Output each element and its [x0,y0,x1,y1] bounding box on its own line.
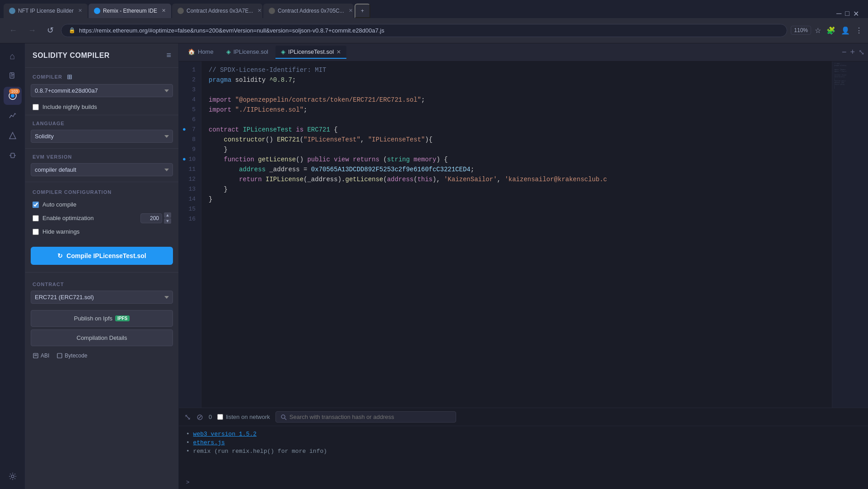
tab-close-nft[interactable]: ✕ [78,8,82,14]
tab-favicon-contract2 [269,8,275,14]
enable-optimization-label[interactable]: Enable optimization [42,215,140,221]
editor-area: 🏠 Home ◈ IPLicense.sol ◈ IPLicenseTest.s… [179,43,868,489]
transaction-search[interactable] [275,411,456,423]
extensions-icon[interactable]: 🧩 [826,26,835,35]
compiler-version-select[interactable]: 0.8.7+commit.e28d00a7 [31,84,173,97]
tab-nft[interactable]: NFT IP License Builder ✕ [4,4,88,18]
language-select[interactable]: Solidity [31,130,173,143]
svg-point-9 [11,475,14,478]
evm-version-select[interactable]: compiler default [31,163,173,176]
tab-close-remix[interactable]: ✕ [162,8,166,14]
activity-files[interactable] [4,67,22,85]
enable-optimization-checkbox[interactable] [33,215,39,221]
minimize-button[interactable]: ─ [836,9,841,18]
auto-compile-label[interactable]: Auto compile [42,201,76,208]
svg-point-4 [11,94,14,98]
new-tab-button[interactable]: + [355,4,370,18]
optimization-increment[interactable]: ▲ [164,212,171,218]
tab-contract1[interactable]: Contract Address 0x3A7E... ✕ [172,4,262,18]
auto-compile-checkbox[interactable] [33,202,39,208]
refresh-button[interactable]: ↺ [43,24,57,37]
sidebar-collapse-button[interactable]: ≡ [166,51,171,60]
ipfs-badge: IPFS [115,315,130,321]
svg-rect-13 [57,353,62,358]
compiler-add-button[interactable]: ⊞ [67,73,73,80]
zoom-in-button[interactable]: + [850,47,855,57]
compilation-details-label: Compilation Details [77,334,127,341]
evm-version-wrapper: compiler default [25,161,178,180]
profile-icon[interactable]: 👤 [841,26,850,35]
tab-favicon-nft [9,8,15,14]
compile-button[interactable]: ↻ Compile IPLicenseTest.sol [31,247,173,265]
lock-icon: 🔒 [69,27,75,33]
bookmark-icon[interactable]: ☆ [815,26,821,35]
optimization-input-wrap: ▲ ▼ [140,212,171,224]
svg-point-14 [281,415,285,418]
optimization-value-input[interactable] [140,213,162,223]
compilation-details-button[interactable]: Compilation Details [31,329,173,346]
transaction-count: 0 [209,414,212,420]
tab-label-contract1: Contract Address 0x3A7E... [187,8,253,14]
listen-label[interactable]: listen on network [226,414,270,420]
publish-ipfs-button[interactable]: Publish on Ipfs IPFS [31,310,173,327]
iplicense-tab-label: IPLicense.sol [233,48,268,55]
line-num-3: 3 [179,85,201,95]
console-line-3: • remix (run remix.help() for more info) [186,447,861,456]
activity-deploy[interactable] [4,127,22,145]
code-line-1: // SPDX-License-Identifier: MIT [209,65,825,75]
activity-chart[interactable] [4,107,22,125]
line-num-12: 12 [179,174,201,184]
iplicensetest-tab-close[interactable]: ✕ [336,49,341,55]
url-text: https://remix.ethereum.org/#optimize=fal… [79,27,779,34]
address-bar[interactable]: 🔒 https://remix.ethereum.org/#optimize=f… [61,24,787,37]
panel-clear-button[interactable]: ⊘ [196,412,203,422]
divider-4 [25,182,178,182]
line-num-13: 13 [179,184,201,194]
ethers-link[interactable]: ethers.js [193,439,225,446]
code-line-13: } [209,184,825,194]
code-line-15 [209,204,825,214]
code-line-3 [209,85,825,95]
close-button[interactable]: ✕ [853,9,859,18]
tab-close-contract1[interactable]: ✕ [257,8,261,14]
transaction-search-input[interactable] [289,414,451,420]
abi-link[interactable]: ABI [33,353,49,359]
include-nightly-label[interactable]: Include nightly builds [42,103,97,110]
back-button[interactable]: ← [5,24,21,37]
editor-tab-home[interactable]: 🏠 Home [182,46,219,59]
hide-warnings-label[interactable]: Hide warnings [42,228,79,235]
tab-remix[interactable]: Remix - Ethereum IDE ✕ [89,4,171,18]
sidebar: SOLIDITY COMPILER ≡ COMPILER ⊞ 0.8.7+com… [25,43,179,489]
web3-link[interactable]: web3 version 1.5.2 [193,431,257,437]
contract-select[interactable]: ERC721 (ERC721.sol) [31,291,173,304]
tab-contract2[interactable]: Contract Address 0x705C... ✕ [263,4,354,18]
optimization-decrement[interactable]: ▼ [164,218,171,224]
bytecode-link[interactable]: Bytecode [56,353,87,359]
include-nightly-checkbox[interactable] [33,104,39,110]
compile-icon: ↻ [57,252,63,259]
divider-1 [25,67,178,68]
activity-settings[interactable] [4,467,22,485]
maximize-button[interactable]: □ [845,9,849,18]
code-line-10: function getLicense() public view return… [209,155,825,165]
zoom-out-button[interactable]: − [842,47,847,57]
editor-tab-iplicense[interactable]: ◈ IPLicense.sol [221,46,274,59]
activity-compile[interactable]: 103 [4,87,22,105]
tab-close-contract2[interactable]: ✕ [349,8,353,14]
panel-collapse-button[interactable]: ⤡ [184,412,191,422]
line-num-11: 11 [179,165,201,174]
tab-label-nft: NFT IP License Builder [18,8,74,14]
editor-tab-iplicensetest[interactable]: ◈ IPLicenseTest.sol ✕ [275,46,346,59]
include-nightly-row: Include nightly builds [25,101,178,113]
activity-home[interactable]: ⌂ [4,47,22,65]
code-content[interactable]: // SPDX-License-Identifier: MIT pragma s… [201,61,832,408]
settings-icon[interactable]: ⋮ [855,26,863,35]
compile-badge: 103 [9,89,19,94]
editor-collapse-button[interactable]: ⤡ [859,48,864,56]
tab-favicon-remix [94,8,100,14]
listen-network-checkbox[interactable] [217,414,223,420]
hide-warnings-checkbox[interactable] [33,229,39,235]
activity-debug[interactable] [4,146,22,165]
forward-button[interactable]: → [24,24,40,37]
optimization-stepper: ▲ ▼ [164,212,171,224]
